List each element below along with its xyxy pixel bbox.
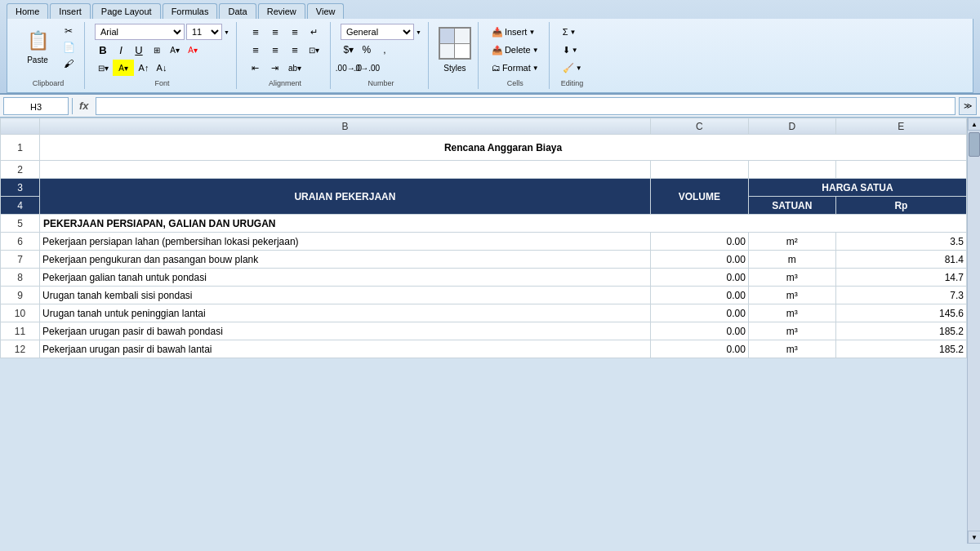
expand-formula-button[interactable]: ≫ [959, 97, 977, 115]
col-header-b[interactable]: B [40, 118, 651, 135]
copy-button[interactable]: 📄 [60, 40, 78, 55]
cell-c12[interactable]: 0.00 [650, 340, 748, 358]
tab-page-layout[interactable]: Page Layout [92, 3, 161, 19]
cell-d9[interactable]: m³ [748, 287, 835, 304]
cell-e7[interactable]: 81.4 [835, 251, 966, 269]
align-top-center[interactable]: ≡ [266, 24, 284, 40]
orientation[interactable]: ab▾ [286, 60, 304, 76]
fill-button[interactable]: ⬇ ▼ [559, 42, 586, 58]
cell-c8[interactable]: 0.00 [650, 269, 748, 287]
font-size-select[interactable]: 11 [186, 24, 222, 40]
sum-button[interactable]: Σ ▼ [559, 24, 586, 40]
cell-c2[interactable] [650, 161, 748, 179]
cell-d7[interactable]: m [748, 251, 835, 269]
cell-e8[interactable]: 14.7 [835, 269, 966, 287]
cut-button[interactable]: ✂ [60, 24, 78, 38]
cell-b12[interactable]: Pekerjaan urugan pasir di bawah lantai [40, 340, 651, 358]
vertical-scrollbar[interactable]: ▲ ▼ [967, 118, 980, 544]
cell-c10[interactable]: 0.00 [650, 304, 748, 322]
cell-b6[interactable]: Pekerjaan persiapan lahan (pembersihan l… [40, 233, 651, 251]
percent-format[interactable]: % [359, 42, 375, 58]
increase-decimal[interactable]: .0→.00 [359, 60, 375, 76]
ribbon: Home Insert Page Layout Formulas Data Re… [0, 0, 980, 95]
format-painter-button[interactable]: 🖌 [60, 56, 78, 71]
cell-d8[interactable]: m³ [748, 269, 835, 287]
paste-button[interactable]: 📋 Paste [19, 24, 56, 67]
font-color-button[interactable]: A▾ [185, 42, 201, 58]
cell-d2[interactable] [748, 161, 835, 179]
cell-c6[interactable]: 0.00 [650, 233, 748, 251]
underline-button[interactable]: U [131, 42, 147, 58]
align-top-left[interactable]: ≡ [247, 24, 265, 40]
fill-color-button[interactable]: A▾ [167, 42, 183, 58]
cell-b7[interactable]: Pekerjaan pengukuran dan pasangan bouw p… [40, 251, 651, 269]
cell-d10[interactable]: m³ [748, 304, 835, 322]
align-bottom-right[interactable]: ≡ [286, 42, 304, 58]
tab-review[interactable]: Review [258, 3, 305, 19]
header-volume[interactable]: VOLUME [650, 179, 748, 215]
scroll-down-button[interactable]: ▼ [968, 531, 980, 544]
scroll-up-button[interactable]: ▲ [968, 118, 980, 131]
indent-decrease[interactable]: ⇤ [247, 60, 265, 76]
cell-e2[interactable] [835, 161, 966, 179]
col-header-d[interactable]: D [748, 118, 835, 135]
scroll-thumb[interactable] [969, 132, 980, 157]
cell-e11[interactable]: 185.2 [835, 322, 966, 340]
insert-icon: 📥 [492, 27, 503, 38]
format-button[interactable]: 🗂 Format ▼ [488, 60, 542, 76]
bold-button[interactable]: B [95, 42, 111, 58]
cell-b8[interactable]: Pekerjaan galian tanah untuk pondasi [40, 269, 651, 287]
font-decrease[interactable]: A↓ [154, 60, 170, 76]
indent-increase[interactable]: ⇥ [266, 60, 284, 76]
cell-b11[interactable]: Pekerjaan urugan pasir di bawah pondasi [40, 322, 651, 340]
cell-c7[interactable]: 0.00 [650, 251, 748, 269]
tab-view[interactable]: View [307, 3, 345, 19]
border-button[interactable]: ⊞ [149, 42, 165, 58]
table-row: 11 Pekerjaan urugan pasir di bawah ponda… [1, 322, 967, 340]
fx-button[interactable]: fx [76, 100, 92, 112]
cell-b9[interactable]: Urugan tanah kembali sisi pondasi [40, 287, 651, 304]
formula-input[interactable] [96, 97, 956, 115]
tab-data[interactable]: Data [219, 3, 256, 19]
insert-button[interactable]: 📥 Insert ▼ [488, 24, 542, 40]
tab-home[interactable]: Home [7, 3, 48, 19]
header-satuan[interactable]: SATUAN [748, 197, 835, 215]
col-header-e[interactable]: E [835, 118, 966, 135]
header-uraian[interactable]: URAIAN PEKERJAAN [40, 179, 651, 215]
delete-button[interactable]: 📤 Delete ▼ [488, 42, 542, 58]
cell-e12[interactable]: 185.2 [835, 340, 966, 358]
cell-b10[interactable]: Urugan tanah untuk peninggian lantai [40, 304, 651, 322]
cell-c9[interactable]: 0.00 [650, 287, 748, 304]
tab-formulas[interactable]: Formulas [163, 3, 218, 19]
align-bottom-left[interactable]: ≡ [247, 42, 265, 58]
cell-b2[interactable] [40, 161, 651, 179]
align-top-right[interactable]: ≡ [286, 24, 304, 40]
name-box[interactable]: H3 [3, 97, 69, 115]
cell-e6[interactable]: 3.5 [835, 233, 966, 251]
title-cell[interactable]: Rencana Anggaran Biaya [40, 135, 967, 161]
cell-d6[interactable]: m² [748, 233, 835, 251]
cell-d12[interactable]: m³ [748, 340, 835, 358]
merge-center[interactable]: ⊡▾ [305, 42, 323, 58]
tab-insert[interactable]: Insert [50, 3, 91, 19]
wrap-text[interactable]: ↵ [305, 24, 323, 40]
italic-button[interactable]: I [113, 42, 129, 58]
number-format-select[interactable]: General [341, 24, 414, 40]
cell-d11[interactable]: m³ [748, 322, 835, 340]
border-style-button[interactable]: ⊟▾ [95, 60, 111, 76]
styles-label[interactable]: Styles [443, 64, 466, 73]
highlight-button[interactable]: A▾ [113, 60, 134, 76]
header-rp[interactable]: Rp [835, 197, 966, 215]
font-increase[interactable]: A↑ [136, 60, 152, 76]
cell-c11[interactable]: 0.00 [650, 322, 748, 340]
section-header-5[interactable]: PEKERJAAN PERSIAPAN, GALIAN DAN URUGAN [40, 215, 967, 233]
font-name-select[interactable]: Arial [95, 24, 185, 40]
header-harga[interactable]: HARGA SATUA [748, 179, 966, 197]
accounting-format[interactable]: $▾ [341, 42, 357, 58]
clear-button[interactable]: 🧹 ▼ [559, 60, 586, 76]
cell-e9[interactable]: 7.3 [835, 287, 966, 304]
comma-format[interactable]: , [376, 42, 393, 58]
cell-e10[interactable]: 145.6 [835, 304, 966, 322]
col-header-c[interactable]: C [650, 118, 748, 135]
align-bottom-center[interactable]: ≡ [266, 42, 284, 58]
